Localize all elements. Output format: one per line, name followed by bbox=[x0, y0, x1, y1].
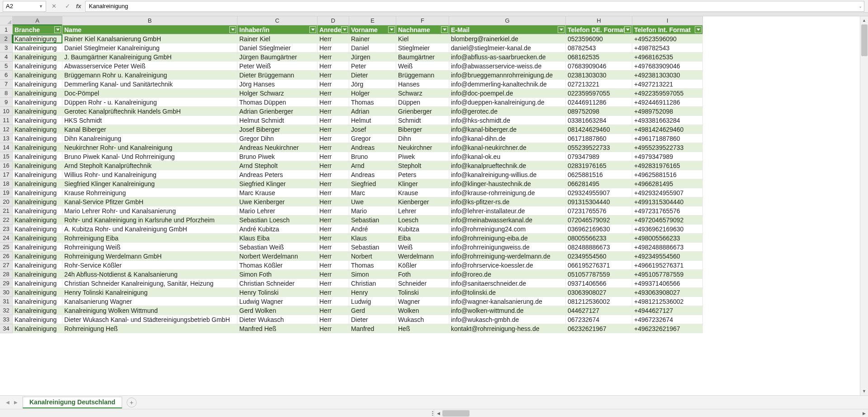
column-header[interactable]: F bbox=[396, 16, 449, 25]
cell[interactable]: Kanalreinigung bbox=[13, 116, 62, 125]
cell[interactable]: Holger Schwarz bbox=[237, 89, 318, 98]
cell[interactable]: +49625881516 bbox=[632, 170, 703, 179]
cell[interactable]: Jürgen Baumgärtner bbox=[237, 53, 318, 62]
cell[interactable]: Andreas Neukirchner bbox=[237, 143, 318, 152]
filter-dropdown-icon[interactable] bbox=[341, 26, 348, 33]
cell[interactable]: Siegfried bbox=[349, 179, 396, 188]
cell[interactable]: daniel@stieglmeier-kanal.de bbox=[449, 43, 566, 53]
accept-formula-button[interactable]: ✓ bbox=[62, 1, 73, 12]
cell[interactable]: 051057787559 bbox=[566, 270, 632, 279]
cell[interactable]: Norbert Werdelmann bbox=[237, 252, 318, 261]
cell[interactable]: Herr bbox=[318, 297, 349, 306]
cell[interactable]: Brüggemann bbox=[396, 71, 449, 80]
cell[interactable]: Dieter Wukasch bbox=[237, 315, 318, 324]
cell[interactable]: Sebastian Loesch bbox=[237, 216, 318, 225]
cell[interactable]: Kanalreinigung Wolken Wittmund bbox=[62, 306, 237, 315]
cell[interactable]: Klinger bbox=[396, 179, 449, 188]
table-header[interactable]: Telefon DE. Format bbox=[566, 25, 632, 34]
cell[interactable]: Norbert bbox=[349, 252, 396, 261]
cell[interactable]: Kanalreinigung bbox=[13, 270, 62, 279]
cell[interactable]: info@wukasch-gmbh.de bbox=[449, 315, 566, 324]
cell[interactable]: Gerotec Kanalprüftechnik Handels GmbH bbox=[62, 107, 237, 116]
cell[interactable]: Daniel Stieglmeier Kanalreinigung bbox=[62, 43, 237, 53]
cell[interactable]: Düppen bbox=[396, 98, 449, 107]
cell[interactable]: Herr bbox=[318, 188, 349, 197]
cell[interactable]: Herr bbox=[318, 243, 349, 252]
cell[interactable]: 044627127 bbox=[566, 306, 632, 315]
cell[interactable]: Herr bbox=[318, 116, 349, 125]
cell[interactable]: Manfred bbox=[349, 324, 396, 333]
cell[interactable]: Kanalreinigung bbox=[13, 188, 62, 197]
cell[interactable]: Brüggemann Rohr u. Kanalreinigung bbox=[62, 71, 237, 80]
cell[interactable]: Herr bbox=[318, 134, 349, 143]
cell[interactable]: Kanalreinigung bbox=[13, 297, 62, 306]
cell[interactable]: Stepholt bbox=[396, 161, 449, 170]
cell[interactable]: Krause Rohrreinigung bbox=[62, 188, 237, 197]
cell[interactable]: Kanalreinigung bbox=[13, 306, 62, 315]
filter-dropdown-icon[interactable] bbox=[624, 26, 631, 33]
cell[interactable]: +4979347989 bbox=[632, 152, 703, 161]
cell[interactable]: Kubitza bbox=[396, 225, 449, 234]
cell[interactable]: Rohr- und Kanalreinigung in Karlsruhe un… bbox=[62, 216, 237, 225]
cell[interactable]: Jörg bbox=[349, 80, 396, 89]
cell[interactable]: Hanses bbox=[396, 80, 449, 89]
cell[interactable]: Kanalreinigung bbox=[13, 53, 62, 62]
cell[interactable]: Andreas Peters bbox=[237, 170, 318, 179]
cell[interactable]: +4944627127 bbox=[632, 306, 703, 315]
row-header[interactable]: 19 bbox=[0, 188, 13, 197]
cell[interactable]: info@roreo.de bbox=[449, 270, 566, 279]
cell[interactable]: Herr bbox=[318, 80, 349, 89]
cell[interactable]: +4972046579092 bbox=[632, 216, 703, 225]
cell[interactable]: Kanalreinigung bbox=[13, 243, 62, 252]
cell[interactable]: +492349554560 bbox=[632, 252, 703, 261]
cell[interactable]: info@hks-schmidt.de bbox=[449, 116, 566, 125]
horizontal-scroll-thumb[interactable] bbox=[442, 410, 470, 417]
row-header[interactable]: 8 bbox=[0, 89, 13, 98]
row-header[interactable]: 9 bbox=[0, 98, 13, 107]
cell[interactable]: Herr bbox=[318, 206, 349, 216]
cell[interactable]: Kößler bbox=[396, 261, 449, 270]
cell[interactable]: Klaus bbox=[349, 234, 396, 243]
cell[interactable]: Lehrer bbox=[396, 206, 449, 216]
cell[interactable]: info@sanitaerschneider.de bbox=[449, 279, 566, 288]
cell[interactable]: Herr bbox=[318, 306, 349, 315]
cell[interactable]: blomberg@rainerkiel.de bbox=[449, 34, 566, 43]
row-header[interactable]: 34 bbox=[0, 324, 13, 333]
cell[interactable]: Kanalreinigung bbox=[13, 170, 62, 179]
cell[interactable]: Herr bbox=[318, 152, 349, 161]
cell[interactable]: +492381303030 bbox=[632, 71, 703, 80]
cell[interactable]: Rohrreinigung Heß bbox=[62, 324, 237, 333]
row-header[interactable]: 29 bbox=[0, 279, 13, 288]
cell[interactable]: Simon bbox=[349, 270, 396, 279]
cell[interactable]: Sebastian bbox=[349, 216, 396, 225]
cancel-formula-button[interactable]: ✕ bbox=[48, 1, 60, 12]
cell[interactable]: André bbox=[349, 225, 396, 234]
row-header[interactable]: 14 bbox=[0, 143, 13, 152]
cell[interactable]: +4966281495 bbox=[632, 179, 703, 188]
cell[interactable]: Herr bbox=[318, 34, 349, 43]
cell[interactable]: info@meinabwasserkanal.de bbox=[449, 216, 566, 225]
cell[interactable]: Kanalreinigung bbox=[13, 34, 62, 43]
tab-nav-prev-icon[interactable]: ◀ bbox=[4, 398, 12, 407]
row-header[interactable]: 12 bbox=[0, 125, 13, 134]
cell[interactable]: André Kubitza bbox=[237, 225, 318, 234]
cell[interactable]: Kanalreinigung bbox=[13, 143, 62, 152]
row-header[interactable]: 25 bbox=[0, 243, 13, 252]
cell[interactable]: info@klinger-haustechnik.de bbox=[449, 179, 566, 188]
cell[interactable]: Kanalreinigung bbox=[13, 216, 62, 225]
cell[interactable]: Piwek bbox=[396, 152, 449, 161]
cell[interactable]: info@kanalreinigung-willius.de bbox=[449, 170, 566, 179]
cell[interactable]: Siegfried Klinger bbox=[237, 179, 318, 188]
horizontal-scroll-track[interactable] bbox=[442, 410, 860, 417]
cell[interactable]: Jörg Hanses bbox=[237, 80, 318, 89]
cell[interactable]: Gregor bbox=[349, 134, 396, 143]
cell[interactable]: +492831976165 bbox=[632, 161, 703, 170]
cell[interactable]: Neukirchner bbox=[396, 143, 449, 152]
cell[interactable]: Gerd bbox=[349, 306, 396, 315]
cell[interactable]: +4936962169630 bbox=[632, 225, 703, 234]
cell[interactable]: Herr bbox=[318, 261, 349, 270]
row-header[interactable]: 21 bbox=[0, 206, 13, 216]
row-header[interactable]: 5 bbox=[0, 62, 13, 71]
cell[interactable]: Herr bbox=[318, 125, 349, 134]
cell[interactable]: Kanalreinigung bbox=[13, 197, 62, 206]
